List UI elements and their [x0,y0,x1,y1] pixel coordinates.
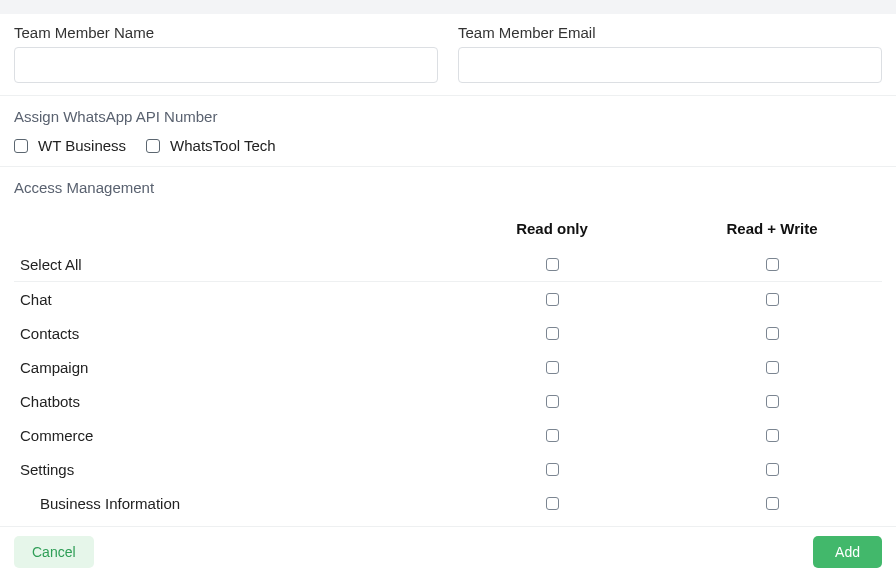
access-row-label: Settings [14,461,442,478]
checkbox-icon[interactable] [14,139,28,153]
col-read-only: Read only [442,220,662,237]
access-row-label: Chat [14,291,442,308]
access-row-label: Contacts [14,325,442,342]
access-row: Chatbots [14,384,882,418]
read-only-checkbox[interactable] [546,327,559,340]
access-row: Chat [14,282,882,316]
read-only-checkbox[interactable] [546,497,559,510]
assign-options: WT Business WhatsTool Tech [14,137,882,154]
name-field: Team Member Name [14,24,438,83]
access-row-label: Business Information [14,495,442,512]
read-only-checkbox[interactable] [546,463,559,476]
access-row: Business Information [14,486,882,520]
col-read-write: Read + Write [662,220,882,237]
read-only-checkbox[interactable] [546,293,559,306]
assign-option-label: WhatsTool Tech [170,137,276,154]
read-write-checkbox[interactable] [766,327,779,340]
read-only-checkbox[interactable] [546,258,559,271]
read-only-checkbox[interactable] [546,395,559,408]
access-row-label: Select All [14,256,442,273]
top-strip [0,0,896,14]
checkbox-icon[interactable] [146,139,160,153]
assign-option-whatstool-tech[interactable]: WhatsTool Tech [146,137,276,154]
assign-section: Assign WhatsApp API Number WT Business W… [0,96,896,167]
read-write-checkbox[interactable] [766,429,779,442]
access-row-label: Campaign [14,359,442,376]
access-row: Commerce [14,418,882,452]
assign-option-label: WT Business [38,137,126,154]
read-write-checkbox[interactable] [766,463,779,476]
add-button[interactable]: Add [813,536,882,568]
read-write-checkbox[interactable] [766,395,779,408]
access-row: Campaign [14,350,882,384]
assign-title: Assign WhatsApp API Number [14,108,882,125]
read-write-checkbox[interactable] [766,497,779,510]
access-section: Access Management Read only Read + Write… [0,167,896,520]
access-row-label: Chatbots [14,393,442,410]
footer: Cancel Add [0,526,896,578]
member-fields-section: Team Member Name Team Member Email [0,14,896,96]
access-row: Contacts [14,316,882,350]
assign-option-wt-business[interactable]: WT Business [14,137,126,154]
access-row: Select All [14,248,882,282]
read-only-checkbox[interactable] [546,429,559,442]
access-header-row: Read only Read + Write [14,208,882,248]
email-field: Team Member Email [458,24,882,83]
name-label: Team Member Name [14,24,438,41]
email-input[interactable] [458,47,882,83]
email-label: Team Member Email [458,24,882,41]
name-input[interactable] [14,47,438,83]
access-row: Settings [14,452,882,486]
read-only-checkbox[interactable] [546,361,559,374]
access-title: Access Management [14,179,882,196]
read-write-checkbox[interactable] [766,361,779,374]
dialog-viewport: Team Member Name Team Member Email Assig… [0,0,896,578]
cancel-button[interactable]: Cancel [14,536,94,568]
read-write-checkbox[interactable] [766,293,779,306]
member-fields-row: Team Member Name Team Member Email [14,24,882,83]
access-row-label: Commerce [14,427,442,444]
read-write-checkbox[interactable] [766,258,779,271]
